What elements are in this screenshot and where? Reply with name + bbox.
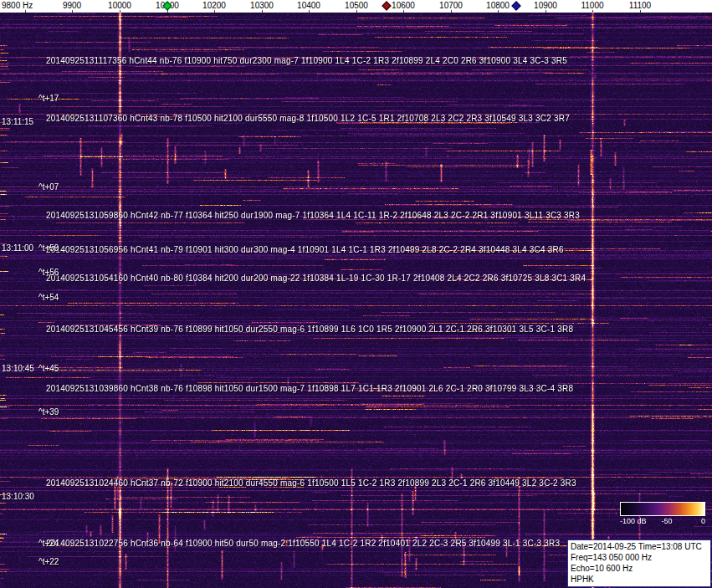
time-offset-mark: ^t+45: [38, 364, 59, 373]
meteor-detection-log-line: 20140925131117356 hCnt44 nb-76 f10900 hi…: [46, 56, 567, 65]
freq-tick-mark: [214, 10, 215, 13]
time-offset-mark: ^t+59: [38, 243, 59, 253]
time-offset-mark: ^t+56: [38, 268, 59, 277]
freq-tick-mark: [546, 10, 546, 13]
meteor-detection-log-line: 20140925131054160 hCnt40 nb-80 f10384 hi…: [46, 274, 586, 283]
meteor-detection-log-line: 20140925131022756 hCnt36 nb-64 f10900 hi…: [46, 539, 560, 548]
freq-tick-label: 10500: [345, 1, 368, 10]
waterfall-overlays: -100 dB -50 0 Date=2014-09-25 Time=13:08…: [0, 0, 712, 588]
freq-tick-mark: [309, 10, 310, 13]
status-info-box: Date=2014-09-25 Time=13:08 UTC Freq=143 …: [567, 539, 711, 587]
freq-tick-mark: [640, 10, 641, 13]
time-offset-mark: ^t+39: [38, 407, 59, 417]
colorbar-gradient: [620, 502, 705, 516]
freq-tick-label: 10700: [439, 1, 463, 10]
time-axis-label: 13:10:45: [2, 364, 34, 373]
freq-tick-label: 10800: [486, 1, 510, 10]
legend-min-label: -100 dB: [620, 517, 647, 525]
info-frequency-line: Freq=143 050 000 Hz: [571, 552, 708, 563]
meteor-detection-log-line: 20140925131045456 hCnt39 nb-76 f10899 hi…: [46, 325, 573, 334]
meteor-detection-log-line: 20140925131039860 hCnt38 nb-76 f10898 hi…: [46, 384, 573, 393]
info-echo-line: Echo=10 600 Hz: [571, 563, 708, 574]
freq-tick-label: 10000: [108, 1, 131, 10]
freq-tick-label: 10200: [202, 1, 226, 10]
time-offset-mark: ^t+54: [38, 293, 59, 302]
legend-max-label: 0: [701, 517, 705, 525]
time-offset-mark: ^t+24: [38, 539, 59, 548]
info-date-time-line: Date=2014-09-25 Time=13:08 UTC: [571, 541, 708, 552]
db-colorbar-legend: -100 dB -50 0: [620, 502, 709, 527]
freq-tick-mark: [403, 10, 404, 13]
freq-tick-mark: [451, 10, 452, 13]
freq-tick-mark: [262, 10, 263, 13]
freq-tick-mark: [592, 10, 593, 13]
freq-tick-label: 9900: [63, 1, 81, 10]
meteor-detection-log-line: 20140925131056956 hCnt41 nb-79 f10901 hi…: [46, 245, 564, 254]
freq-tick-label: 10400: [297, 1, 320, 10]
freq-tick-label: 11000: [581, 1, 603, 10]
freq-tick-label: 10600: [392, 1, 415, 10]
freq-tick-mark: [120, 10, 120, 13]
meteor-detection-log-line: 20140925131107360 hCnt43 nb-78 f10500 hi…: [46, 114, 570, 123]
time-offset-mark: ^t+22: [38, 557, 59, 566]
freq-tick-mark: [72, 10, 73, 13]
red-diamond-marker[interactable]: [382, 1, 391, 10]
time-axis-label: 13:11:15: [2, 117, 33, 126]
time-axis-label: 13:10:30: [2, 492, 34, 501]
meteor-echo-spectrogram-window: 9800 Hz990010000101001020010300104001050…: [0, 0, 712, 588]
time-offset-mark: ^t+17: [38, 94, 59, 103]
freq-tick-label: 11100: [629, 1, 651, 10]
legend-mid-label: -50: [662, 517, 673, 525]
time-axis-label: 13:11:00: [2, 243, 33, 253]
info-station-line: HPHK: [571, 574, 708, 585]
freq-tick-label: 10300: [250, 1, 274, 10]
freq-tick-mark: [498, 10, 499, 13]
frequency-axis: 9800 Hz990010000101001020010300104001050…: [0, 0, 712, 13]
colorbar-labels: -100 dB -50 0: [620, 517, 705, 527]
freq-tick-label: 10900: [534, 1, 557, 10]
freq-tick-mark: [356, 10, 357, 13]
meteor-detection-log-line: 20140925131059860 hCnt42 nb-77 f10364 hi…: [46, 211, 580, 220]
meteor-detection-log-line: 20140925131024460 hCnt37 nb-72 f10900 hi…: [46, 478, 576, 488]
freq-tick-label: 9800 Hz: [2, 1, 33, 10]
freq-tick-mark: [25, 10, 26, 13]
blue-diamond-marker[interactable]: [511, 1, 520, 10]
time-offset-mark: ^t+07: [38, 182, 59, 192]
